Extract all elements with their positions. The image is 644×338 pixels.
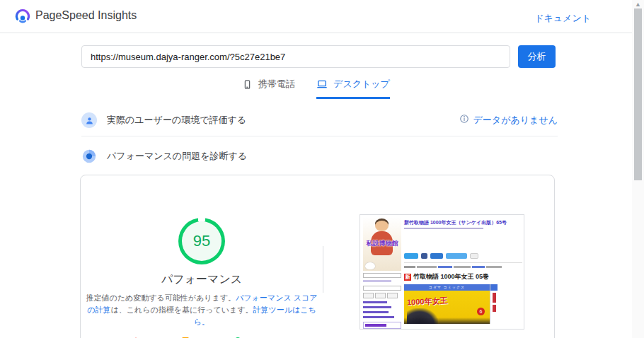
- thumbnail-link: [363, 311, 389, 313]
- thumbnail-search-box: [363, 286, 401, 291]
- thumbnail-link: [363, 306, 391, 308]
- info-icon[interactable]: [459, 114, 469, 127]
- scrollbar-thumb[interactable]: [634, 8, 642, 180]
- tab-mobile[interactable]: 携帯電話: [242, 78, 295, 99]
- scrollbar-up-arrow[interactable]: ▲: [632, 0, 644, 8]
- page-scrollbar: ▲: [632, 0, 644, 338]
- cover-spine-top: [490, 284, 498, 291]
- manga-cover-image: コダマ コミックス 1000年女王 6: [404, 284, 498, 324]
- tab-desktop-label: デスクトップ: [333, 78, 390, 91]
- thumbnail-link: [363, 301, 387, 303]
- thumbnail-nav-box: [363, 322, 401, 329]
- pagespeed-logo-icon[interactable]: [14, 8, 31, 25]
- pagespeed-insights-app: PageSpeed Insights ドキュメント 分析 携帯電話 デスクトップ: [0, 0, 644, 338]
- thumbnail-buttons: [363, 293, 401, 298]
- cover-publisher-band: コダマ コミックス: [404, 284, 490, 291]
- cover-artwork: 1000年女王 6: [404, 291, 490, 324]
- thumbnail-social-buttons: [404, 253, 522, 259]
- thumbnail-text-row: [404, 266, 522, 268]
- field-data-section-header: 実際のユーザーの環境で評価する データがありません: [81, 110, 558, 131]
- mobile-phone-icon: [242, 79, 253, 90]
- header: PageSpeed Insights ドキュメント: [0, 0, 632, 33]
- performance-score-gauge[interactable]: 95: [178, 218, 225, 264]
- performance-score-panel: 95 パフォーマンス 推定値のため変動する可能性があります。パフォーマンス スコ…: [81, 175, 323, 338]
- performance-score-value: 95: [182, 221, 222, 261]
- cat-illustration: [365, 262, 375, 269]
- diagnose-section-header: パフォーマンスの問題を診断する: [81, 146, 558, 167]
- performance-label: パフォーマンス: [81, 272, 323, 287]
- tab-desktop[interactable]: デスクトップ: [316, 78, 390, 99]
- app-title: PageSpeed Insights: [35, 9, 137, 22]
- thumbnail-link: [363, 316, 394, 318]
- field-data-section-title: 実際のユーザーの環境で評価する: [107, 114, 246, 127]
- thumbnail-content: 新竹取物語 1000年女王（サンケイ出版）65号: [404, 219, 522, 324]
- diagnose-section-title: パフォーマンスの問題を診断する: [107, 150, 247, 163]
- note-text-2: は、これらの指標を基に行っています。: [110, 305, 253, 314]
- note-text-1: 推定値のため変動する可能性があります。: [86, 293, 236, 302]
- cover-volume-number: 6: [477, 308, 485, 315]
- thumbnail-post-heading: 新 竹取物語 1000年女王 05巻: [404, 272, 522, 281]
- thumbnail-heading-text: 竹取物語 1000年女王 05巻: [413, 272, 489, 281]
- cover-title-text: 1000年女王: [407, 296, 448, 308]
- thumbnail-site-banner: 私設博物館: [363, 217, 401, 271]
- no-data-label: データがありません: [473, 114, 558, 127]
- card-vertical-divider: [323, 246, 323, 293]
- thumbnail-post-title: 新竹取物語 1000年女王（サンケイ出版）65号: [404, 219, 522, 226]
- thumbnail-sidebar: 私設博物館: [363, 217, 401, 330]
- character-illustration: [375, 221, 389, 231]
- thumbnail-widget: [363, 273, 401, 278]
- device-tabs: 携帯電話 デスクトップ: [0, 78, 632, 99]
- thumbnail-divider: [404, 262, 522, 263]
- url-input[interactable]: [81, 45, 510, 68]
- diagnose-speedometer-icon: [81, 148, 97, 164]
- section-divider: [81, 136, 558, 136]
- thumbnail-site-name: 私設博物館: [363, 239, 401, 248]
- performance-note: 推定値のため変動する可能性があります。パフォーマンス スコアの計算は、これらの指…: [84, 292, 319, 328]
- tab-mobile-label: 携帯電話: [258, 78, 295, 91]
- cover-bottom-shade: [404, 317, 490, 324]
- analyze-button[interactable]: 分析: [518, 45, 556, 68]
- performance-report-card: 95 パフォーマンス 推定値のため変動する可能性があります。パフォーマンス スコ…: [80, 175, 555, 338]
- thumbnail-caption-bar: [363, 280, 391, 282]
- new-badge: 新: [404, 274, 411, 281]
- documentation-link[interactable]: ドキュメント: [534, 12, 591, 25]
- desktop-icon: [316, 78, 328, 90]
- real-user-environment-icon: [81, 112, 97, 128]
- cover-spine: [490, 284, 498, 324]
- final-screenshot-thumbnail[interactable]: 私設博物館 新竹取物語 1: [360, 214, 524, 330]
